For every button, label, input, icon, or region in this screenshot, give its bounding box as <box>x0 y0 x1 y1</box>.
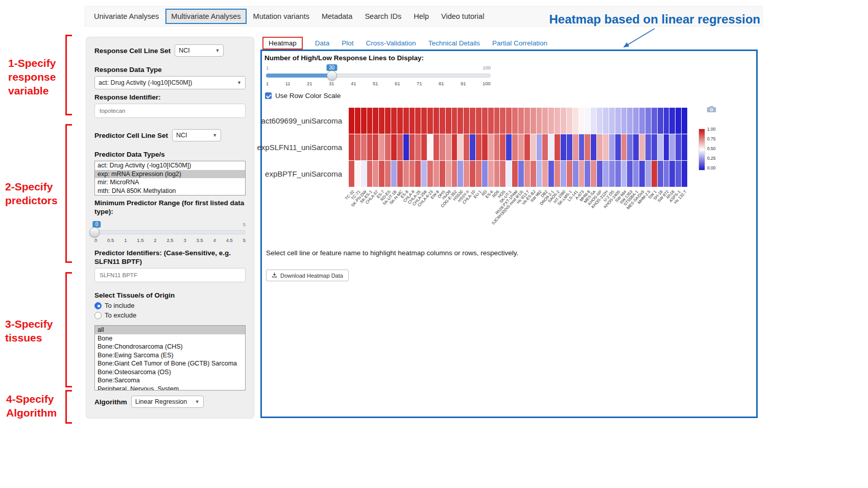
heatmap-cell[interactable] <box>373 108 378 134</box>
heatmap-cell[interactable] <box>452 108 457 134</box>
heatmap-cell[interactable] <box>652 161 657 187</box>
tissue-option[interactable]: all <box>95 326 245 334</box>
heatmap-cell[interactable] <box>409 134 415 160</box>
download-heatmap-button[interactable]: Download Heatmap Data <box>266 270 349 281</box>
heatmap-cell[interactable] <box>682 161 687 187</box>
heatmap-cell[interactable] <box>367 134 373 160</box>
response-cell-line-set-select[interactable]: NCI ▼ <box>175 44 224 57</box>
heatmap-cell[interactable] <box>385 108 391 134</box>
heatmap-cell[interactable] <box>488 134 494 160</box>
heatmap-cell[interactable] <box>591 108 596 134</box>
heatmap-cell[interactable] <box>652 108 657 134</box>
heatmap-cell[interactable] <box>512 108 518 134</box>
tissue-option[interactable]: Peripheral_Nervous_System <box>95 385 245 391</box>
heatmap-cell[interactable] <box>391 108 397 134</box>
heatmap-cell[interactable] <box>537 108 542 134</box>
heatmap-cell[interactable] <box>367 161 373 187</box>
heatmap-cell[interactable] <box>349 161 354 187</box>
heatmap-cell[interactable] <box>567 161 572 187</box>
predictor-identifiers-input[interactable]: SLFN11 BPTF <box>94 268 246 282</box>
heatmap-cell[interactable] <box>669 108 675 134</box>
nav-tab-help[interactable]: Help <box>408 9 435 24</box>
tab-heatmap[interactable]: Heatmap <box>262 37 303 50</box>
heatmap-cell[interactable] <box>446 134 451 160</box>
tab-partial-correlation[interactable]: Partial Correlation <box>492 39 547 47</box>
heatmap-cell[interactable] <box>446 161 451 187</box>
heatmap-cell[interactable] <box>597 161 602 187</box>
heatmap-cell[interactable] <box>669 134 675 160</box>
heatmap-cell[interactable] <box>554 108 560 134</box>
heatmap-cell[interactable] <box>652 134 657 160</box>
heatmap-cell[interactable] <box>621 108 627 134</box>
tissue-radio-to-include[interactable]: To include <box>94 302 246 309</box>
heatmap-cell[interactable] <box>488 108 494 134</box>
heatmap-row-label[interactable]: act609699_uniSarcoma <box>262 108 346 134</box>
heatmap-cell[interactable] <box>367 108 373 134</box>
nav-tab-multivariate-analyses[interactable]: Multivariate Analyses <box>165 9 246 24</box>
heatmap-cell[interactable] <box>494 108 500 134</box>
heatmap-cell[interactable] <box>464 161 469 187</box>
heatmap-cell[interactable] <box>361 134 367 160</box>
heatmap-cell[interactable] <box>524 134 530 160</box>
heatmap-cell[interactable] <box>537 134 542 160</box>
predictor-cell-line-set-select[interactable]: NCI ▼ <box>172 129 221 141</box>
heatmap-cell[interactable] <box>476 161 481 187</box>
heatmap-cell[interactable] <box>440 161 445 187</box>
heatmap-cell[interactable] <box>518 134 524 160</box>
heatmap-cell[interactable] <box>531 161 536 187</box>
heatmap-cell[interactable] <box>506 161 512 187</box>
response-data-type-select[interactable]: act: Drug Activity (-log10[IC50M]) ▼ <box>94 76 246 89</box>
heatmap-cell[interactable] <box>500 108 505 134</box>
heatmap-cell[interactable] <box>391 161 397 187</box>
heatmap-cell[interactable] <box>633 108 639 134</box>
heatmap-cell[interactable] <box>433 134 439 160</box>
heatmap-cell[interactable] <box>669 161 675 187</box>
heatmap-cell[interactable] <box>633 161 639 187</box>
heatmap-cell[interactable] <box>542 108 548 134</box>
tissue-radio-to-exclude[interactable]: To exclude <box>94 311 246 319</box>
heatmap-cell[interactable] <box>548 108 554 134</box>
heatmap-cell[interactable] <box>537 161 542 187</box>
predictor-type-option[interactable]: mth: DNA 850K Methylation <box>95 187 245 196</box>
heatmap-cell[interactable] <box>457 134 463 160</box>
heatmap-cell[interactable] <box>409 108 415 134</box>
heatmap-cell[interactable] <box>676 134 681 160</box>
tissue-option[interactable]: Bone:Ewing Sarcoma (ES) <box>95 351 245 360</box>
heatmap-cell[interactable] <box>427 161 433 187</box>
response-identifier-input[interactable]: topotecan <box>94 104 246 118</box>
heatmap-cell[interactable] <box>379 108 384 134</box>
heatmap-cell[interactable] <box>676 108 681 134</box>
heatmap-cell[interactable] <box>355 108 360 134</box>
lines-slider-handle[interactable] <box>327 70 337 81</box>
heatmap-cell[interactable] <box>361 161 367 187</box>
heatmap-cell[interactable] <box>403 161 409 187</box>
heatmap-cell[interactable] <box>609 108 615 134</box>
heatmap-cell[interactable] <box>433 161 439 187</box>
heatmap-cell[interactable] <box>621 134 627 160</box>
heatmap-cell[interactable] <box>615 108 621 134</box>
heatmap-cell[interactable] <box>609 161 615 187</box>
predictor-type-option[interactable]: mir: MicroRNA <box>95 178 245 187</box>
heatmap-cell[interactable] <box>573 108 578 134</box>
heatmap-cell[interactable] <box>579 134 585 160</box>
heatmap-cell[interactable] <box>470 161 475 187</box>
heatmap-cell[interactable] <box>506 108 512 134</box>
heatmap-cell[interactable] <box>409 161 415 187</box>
heatmap-cell[interactable] <box>446 108 451 134</box>
heatmap-cell[interactable] <box>512 161 518 187</box>
heatmap-cell[interactable] <box>579 108 585 134</box>
heatmap-cell[interactable] <box>421 134 427 160</box>
heatmap-cell[interactable] <box>512 134 518 160</box>
heatmap-cell[interactable] <box>658 134 663 160</box>
heatmap-cell[interactable] <box>476 134 481 160</box>
heatmap-cell[interactable] <box>476 108 481 134</box>
heatmap-cell[interactable] <box>452 161 457 187</box>
nav-tab-mutation-variants[interactable]: Mutation variants <box>248 9 315 24</box>
nav-tab-video-tutorial[interactable]: Video tutorial <box>436 9 490 24</box>
tissue-option[interactable]: Bone <box>95 334 245 343</box>
tab-plot[interactable]: Plot <box>342 39 353 47</box>
heatmap-cell[interactable] <box>518 161 524 187</box>
heatmap-cell[interactable] <box>567 134 572 160</box>
heatmap-cell[interactable] <box>452 134 457 160</box>
heatmap-row-label[interactable]: expSLFN11_uniSarcoma <box>262 134 346 160</box>
